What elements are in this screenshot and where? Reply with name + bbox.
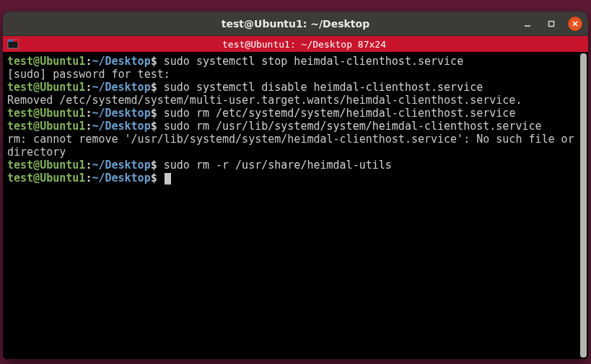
prompt-dollar: $	[151, 81, 157, 94]
prompt-path: ~/Desktop	[92, 120, 150, 133]
tab-bar: test@Ubuntu1: ~/Desktop 87x24	[3, 36, 588, 52]
new-tab-icon[interactable]	[6, 37, 20, 50]
cursor	[165, 173, 171, 185]
minimize-button[interactable]	[520, 17, 535, 31]
maximize-button[interactable]	[544, 17, 559, 31]
svg-rect-1	[549, 22, 554, 27]
cmd-line: sudo rm -r /usr/share/heimdal-utils	[157, 159, 392, 172]
tab-label[interactable]: test@Ubuntu1: ~/Desktop 87x24	[20, 39, 588, 50]
terminal-window: test@Ubuntu1: ~/Desktop test@Ubuntu1: ~/…	[3, 12, 588, 359]
prompt-dollar: $	[151, 172, 157, 185]
prompt-userhost: test@Ubuntu1	[7, 120, 85, 133]
prompt-dollar: $	[151, 120, 157, 133]
prompt-dollar: $	[151, 107, 157, 120]
terminal-body[interactable]: test@Ubuntu1:~/Desktop$ sudo systemctl s…	[3, 52, 580, 359]
cmd-line: sudo systemctl stop heimdal-clienthost.s…	[157, 55, 463, 68]
terminal-body-wrap: test@Ubuntu1:~/Desktop$ sudo systemctl s…	[3, 52, 588, 359]
scrollbar-thumb[interactable]	[580, 53, 587, 358]
cmd-line: sudo systemctl disable heimdal-clienthos…	[157, 81, 483, 94]
prompt-userhost: test@Ubuntu1	[7, 159, 85, 172]
close-button[interactable]	[568, 17, 582, 31]
prompt-path: ~/Desktop	[92, 172, 150, 185]
cmd-line: sudo rm /etc/systemd/system/heimdal-clie…	[157, 107, 516, 120]
cmd-line: sudo rm /usr/lib/systemd/system/heimdal-…	[157, 120, 542, 133]
prompt-path: ~/Desktop	[92, 107, 150, 120]
prompt-path: ~/Desktop	[92, 159, 150, 172]
prompt-userhost: test@Ubuntu1	[7, 81, 85, 94]
prompt-path: ~/Desktop	[92, 81, 150, 94]
prompt-userhost: test@Ubuntu1	[7, 55, 85, 68]
prompt-userhost: test@Ubuntu1	[7, 172, 85, 185]
window-title: test@Ubuntu1: ~/Desktop	[3, 18, 588, 30]
svg-rect-6	[8, 40, 13, 42]
prompt-userhost: test@Ubuntu1	[7, 107, 85, 120]
output-line: rm: cannot remove '/usr/lib/systemd/syst…	[7, 133, 581, 159]
scrollbar[interactable]	[580, 52, 588, 359]
output-line: Removed /etc/systemd/system/multi-user.t…	[7, 94, 522, 107]
prompt-dollar: $	[151, 159, 157, 172]
window-buttons	[520, 12, 582, 36]
output-line: [sudo] password for test:	[7, 68, 170, 81]
prompt-dollar: $	[151, 55, 157, 68]
prompt-path: ~/Desktop	[92, 55, 150, 68]
titlebar[interactable]: test@Ubuntu1: ~/Desktop	[3, 12, 588, 36]
